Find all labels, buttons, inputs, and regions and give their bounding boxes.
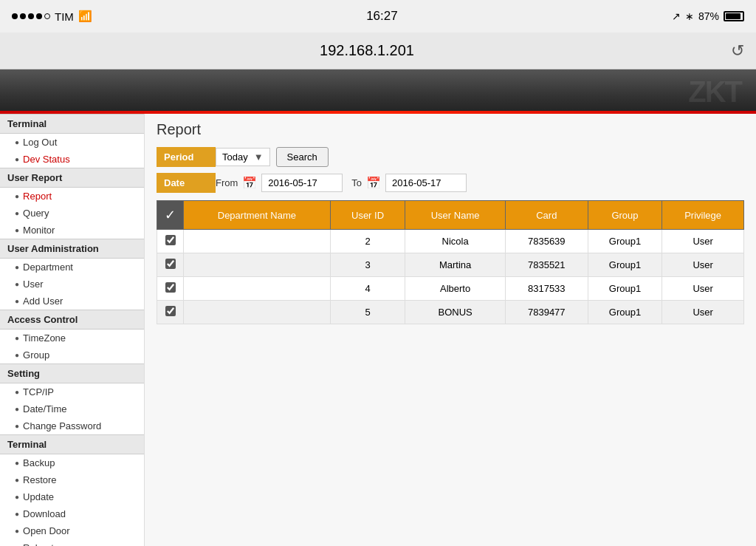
period-label: Period [157, 147, 216, 167]
row-checkbox-cell[interactable] [157, 253, 184, 277]
bullet-icon: ● [15, 388, 19, 396]
bullet-icon: ● [15, 226, 19, 234]
sidebar-label-update: Update [23, 491, 54, 502]
row-checkbox-cell[interactable] [157, 277, 184, 301]
status-left: TIM 📶 [12, 10, 92, 23]
period-select[interactable]: Today ▼ [216, 148, 270, 166]
from-date-input[interactable] [261, 174, 343, 192]
app-logo: ZKT [688, 75, 741, 109]
col-header-card: Card [505, 201, 588, 230]
period-filter-row: Period Today ▼ Search [157, 147, 744, 167]
sidebar-header-user-admin: User Administration [0, 239, 144, 259]
content-area: Report Period Today ▼ Search Date From 📅… [145, 114, 756, 546]
bullet-icon: ● [15, 476, 19, 484]
dot-3 [28, 13, 34, 19]
status-right: ↗ ∗ 87% [672, 10, 744, 22]
row-checkbox-cell[interactable] [157, 230, 184, 253]
sidebar-label-report: Report [23, 191, 52, 202]
main-layout: Terminal ● Log Out ● Dev Status User Rep… [0, 114, 756, 546]
sidebar-label-backup: Backup [23, 457, 55, 468]
sidebar-item-dev-status[interactable]: ● Dev Status [0, 151, 144, 168]
col-header-group: Group [588, 201, 662, 230]
sidebar-label-user: User [23, 279, 43, 290]
row-checkbox-cell[interactable] [157, 301, 184, 324]
date-filter-row: Date From 📅 To 📅 [157, 173, 744, 193]
sidebar-label-tcp-ip: TCP/IP [23, 386, 54, 397]
row-cell-userId: 2 [330, 230, 405, 253]
sidebar-header-setting: Setting [0, 364, 144, 383]
sidebar-item-reboot[interactable]: ● Reboot [0, 539, 144, 546]
bullet-icon: ● [15, 527, 19, 535]
sidebar-label-group: Group [23, 349, 49, 361]
sidebar-item-monitor[interactable]: ● Monitor [0, 222, 144, 239]
sidebar-label-change-password: Change Password [23, 420, 101, 431]
status-bar: TIM 📶 16:27 ↗ ∗ 87% [0, 0, 756, 33]
row-checkbox[interactable] [165, 235, 176, 245]
row-checkbox[interactable] [165, 282, 176, 293]
sidebar-item-department[interactable]: ● Department [0, 259, 144, 276]
row-cell-dept [184, 253, 331, 277]
bullet-icon: ● [15, 493, 19, 501]
row-cell-privilege: User [662, 253, 744, 277]
sidebar-label-monitor: Monitor [23, 225, 55, 236]
col-header-checkbox: ✓ [157, 201, 184, 230]
row-checkbox[interactable] [165, 306, 176, 316]
row-checkbox[interactable] [165, 259, 176, 269]
sidebar-label-download: Download [23, 508, 66, 519]
to-label: To [351, 177, 362, 188]
from-label: From [216, 177, 238, 188]
url-bar: ↺ [0, 33, 756, 69]
row-cell-group: Group1 [588, 253, 662, 277]
row-cell-privilege: User [662, 277, 744, 301]
sidebar-header-terminal-1: Terminal [0, 114, 144, 134]
sidebar-item-date-time[interactable]: ● Date/Time [0, 400, 144, 417]
row-cell-privilege: User [662, 301, 744, 324]
from-calendar-icon[interactable]: 📅 [242, 176, 257, 190]
sidebar: Terminal ● Log Out ● Dev Status User Rep… [0, 114, 145, 546]
sidebar-label-restore: Restore [23, 474, 57, 485]
sidebar-item-restore[interactable]: ● Restore [0, 471, 144, 488]
col-header-userid: User ID [330, 201, 405, 230]
bullet-icon: ● [15, 280, 19, 288]
dropdown-arrow-icon: ▼ [254, 151, 264, 163]
col-header-username: User Name [405, 201, 506, 230]
bullet-icon: ● [15, 422, 19, 430]
bullet-icon: ● [15, 192, 19, 200]
row-cell-userName: Martina [405, 253, 506, 277]
sidebar-item-report[interactable]: ● Report [0, 188, 144, 205]
reload-button[interactable]: ↺ [731, 41, 744, 61]
location-icon: ↗ [672, 10, 681, 22]
sidebar-item-log-out[interactable]: ● Log Out [0, 134, 144, 151]
url-input[interactable] [274, 42, 461, 59]
sidebar-item-update[interactable]: ● Update [0, 488, 144, 505]
row-cell-card: 7835639 [505, 230, 588, 253]
row-cell-userId: 4 [330, 277, 405, 301]
sidebar-item-download[interactable]: ● Download [0, 505, 144, 522]
period-value: Today [222, 151, 248, 163]
bullet-icon: ● [15, 155, 19, 163]
wifi-icon: 📶 [78, 10, 92, 23]
bullet-icon: ● [15, 263, 19, 271]
sidebar-header-user-report: User Report [0, 168, 144, 188]
col-header-privilege: Privilege [662, 201, 744, 230]
sidebar-item-timezone[interactable]: ● TimeZone [0, 330, 144, 347]
sidebar-item-add-user[interactable]: ● Add User [0, 293, 144, 310]
sidebar-item-backup[interactable]: ● Backup [0, 454, 144, 471]
sidebar-item-open-door[interactable]: ● Open Door [0, 522, 144, 539]
sidebar-item-group[interactable]: ● Group [0, 347, 144, 364]
row-cell-userName: Alberto [405, 277, 506, 301]
row-cell-userName: Nicola [405, 230, 506, 253]
sidebar-label-department: Department [23, 262, 73, 273]
search-button[interactable]: Search [276, 147, 329, 167]
sidebar-item-query[interactable]: ● Query [0, 205, 144, 222]
sidebar-item-user[interactable]: ● User [0, 276, 144, 293]
to-date-input[interactable] [385, 174, 467, 192]
dot-1 [12, 13, 18, 19]
row-cell-card: 7839477 [505, 301, 588, 324]
sidebar-header-terminal-2: Terminal [0, 434, 144, 454]
row-cell-group: Group1 [588, 301, 662, 324]
to-calendar-icon[interactable]: 📅 [366, 176, 381, 190]
sidebar-item-tcp-ip[interactable]: ● TCP/IP [0, 383, 144, 400]
bullet-icon: ● [15, 209, 19, 217]
sidebar-item-change-password[interactable]: ● Change Password [0, 417, 144, 434]
